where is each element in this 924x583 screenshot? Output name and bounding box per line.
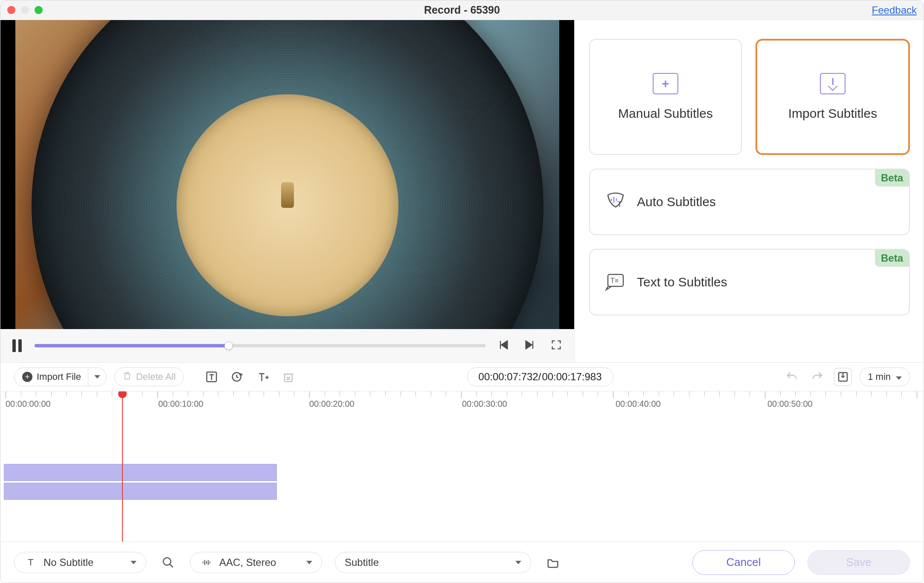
download-icon [820, 73, 846, 94]
pause-button[interactable] [12, 339, 23, 352]
clip-1[interactable] [4, 464, 277, 481]
auto-subtitles-card[interactable]: T Auto Subtitles Beta [589, 169, 910, 235]
feedback-link[interactable]: Feedback [872, 4, 917, 16]
timecode-display: 00:00:07:732 / 00:00:17:983 [467, 367, 613, 386]
ruler-tick [157, 391, 158, 398]
ruler-tick [522, 391, 522, 396]
ruler-tick [780, 391, 781, 396]
window-minimize-button[interactable] [21, 6, 29, 14]
ruler-tick [491, 391, 492, 396]
chevron-down-icon[interactable] [94, 375, 100, 379]
ruler-tick [871, 391, 872, 396]
tick-00: 00:00:00:00 [6, 399, 51, 409]
tick-10: 00:00:10:00 [158, 399, 203, 409]
ruler-tick [583, 391, 583, 396]
svg-point-8 [163, 557, 171, 565]
fullscreen-button[interactable] [550, 339, 562, 353]
ruler-tick [750, 391, 750, 396]
app-window: Record - 65390 Feedback [0, 0, 924, 583]
ruler-tick [81, 391, 82, 396]
ruler-tick [385, 391, 386, 396]
cancel-label: Cancel [726, 556, 761, 569]
svg-text:T≡: T≡ [610, 277, 619, 284]
text-plus-button[interactable] [254, 368, 272, 386]
ruler-tick [841, 391, 841, 396]
ruler-tick [901, 391, 902, 396]
timeline-ruler[interactable]: 00:00:00:00 00:00:10:00 00:00:20:00 00:0… [0, 391, 924, 410]
text-icon [24, 557, 38, 568]
ruler-tick [112, 391, 112, 396]
snap-button[interactable] [834, 368, 852, 386]
chevron-down-icon [515, 561, 521, 564]
next-button[interactable] [524, 339, 536, 353]
ruler-tick [6, 391, 6, 398]
cancel-button[interactable]: Cancel [692, 550, 795, 575]
search-button[interactable] [159, 554, 177, 571]
waveform-icon [200, 557, 213, 568]
folder-button[interactable] [544, 554, 562, 571]
ruler-tick [537, 391, 538, 396]
text-to-subtitles-card[interactable]: T≡ Text to Subtitles Beta [589, 249, 910, 315]
delete-all-button[interactable]: Delete All [114, 367, 184, 386]
ruler-tick [461, 391, 462, 398]
ruler-tick [795, 391, 796, 396]
subtitle-card-row: Manual Subtitles Import Subtitles [589, 39, 910, 155]
timeline-toolbar: + Import File Delete All 00:00:07:7 [0, 362, 924, 391]
chevron-down-icon [896, 371, 902, 382]
clip-2[interactable] [4, 483, 277, 500]
zoom-value: 1 min [868, 371, 891, 382]
video-preview[interactable] [0, 20, 574, 329]
progress-fill [35, 344, 229, 347]
playhead[interactable] [122, 391, 123, 542]
subtitle-select-value: No Subtitle [44, 557, 93, 568]
time-insert-button[interactable] [228, 368, 246, 386]
ruler-tick [203, 391, 203, 396]
tick-50: 00:00:50:00 [767, 399, 813, 409]
ruler-tick [856, 391, 857, 396]
subtitle-options-panel: Manual Subtitles Import Subtitles T [575, 20, 924, 362]
player-right-controls [497, 339, 562, 353]
time-total: 00:00:17:983 [542, 371, 601, 383]
ruler-tick [446, 391, 446, 396]
time-current: 00:00:07:732 [479, 371, 538, 383]
zoom-select[interactable]: 1 min [860, 367, 910, 386]
track-select[interactable]: Subtitle [335, 552, 531, 573]
window-zoom-button[interactable] [35, 6, 43, 14]
ruler-tick [886, 391, 887, 396]
add-text-button[interactable] [203, 368, 221, 386]
ruler-tick [340, 391, 340, 396]
ruler-tick [309, 391, 310, 398]
ruler-tick [142, 391, 142, 396]
ruler-tick [21, 391, 21, 396]
audio-select-value: AAC, Stereo [219, 557, 276, 568]
window-title: Record - 65390 [424, 4, 500, 16]
svg-rect-3 [125, 373, 129, 379]
trash-icon [122, 371, 132, 383]
previous-button[interactable] [497, 339, 509, 353]
chevron-down-icon [306, 561, 312, 564]
ruler-tick [401, 391, 401, 396]
bottom-bar: No Subtitle AAC, Stereo Subtitle Cancel [0, 542, 924, 583]
text-to-subtitles-icon: T≡ [604, 270, 627, 294]
ruler-tick [416, 391, 416, 396]
beta-badge: Beta [875, 250, 909, 267]
ruler-tick [628, 391, 629, 396]
redo-button [808, 368, 826, 386]
ruler-tick [643, 391, 644, 396]
import-subtitles-card[interactable]: Import Subtitles [755, 39, 910, 155]
progress-thumb[interactable] [224, 341, 233, 350]
ruler-tick [66, 391, 67, 396]
chevron-down-icon [131, 561, 137, 564]
timeline[interactable]: 00:00:00:00 00:00:10:00 00:00:20:00 00:0… [0, 391, 924, 542]
ruler-tick [917, 391, 917, 398]
auto-subtitles-icon: T [604, 190, 627, 214]
video-thumbnail [0, 20, 574, 329]
import-file-button[interactable]: + Import File [14, 367, 107, 386]
audio-select[interactable]: AAC, Stereo [190, 552, 322, 573]
ruler-tick [704, 391, 705, 396]
subtitle-select[interactable]: No Subtitle [14, 552, 146, 573]
window-close-button[interactable] [7, 6, 15, 14]
manual-subtitles-card[interactable]: Manual Subtitles [589, 39, 742, 155]
ruler-tick [507, 391, 507, 396]
playback-progress[interactable] [35, 344, 485, 347]
